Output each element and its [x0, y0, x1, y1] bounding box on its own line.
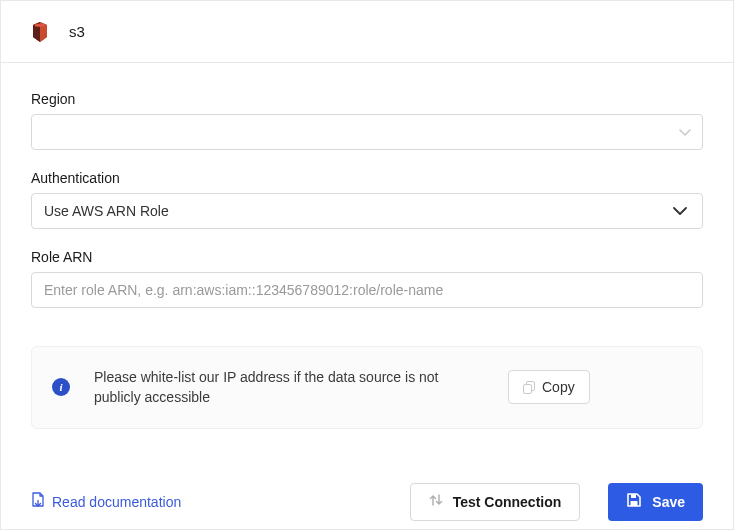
test-connection-label: Test Connection	[453, 494, 562, 510]
footer-actions: Test Connection Save	[410, 483, 703, 521]
role-arn-input[interactable]	[31, 272, 703, 308]
s3-bucket-icon	[31, 22, 49, 42]
header-title: s3	[69, 23, 85, 40]
read-documentation-link[interactable]: Read documentation	[31, 492, 181, 511]
svg-rect-2	[631, 501, 638, 506]
svg-point-0	[35, 23, 46, 26]
role-arn-field: Role ARN	[31, 249, 703, 308]
info-icon: i	[52, 378, 70, 396]
svg-rect-1	[631, 494, 636, 498]
form-body: Region Authentication Use AWS ARN Role R…	[1, 63, 733, 449]
authentication-value: Use AWS ARN Role	[44, 203, 169, 219]
swap-vertical-icon	[429, 493, 443, 510]
role-arn-label: Role ARN	[31, 249, 703, 265]
whitelist-info-panel: i Please white-list our IP address if th…	[31, 346, 703, 429]
header: s3	[1, 1, 733, 63]
doc-link-label: Read documentation	[52, 494, 181, 510]
region-field: Region	[31, 91, 703, 150]
save-button[interactable]: Save	[608, 483, 703, 521]
footer: Read documentation Test Connection Save	[1, 483, 733, 530]
region-label: Region	[31, 91, 703, 107]
save-label: Save	[652, 494, 685, 510]
authentication-select[interactable]: Use AWS ARN Role	[31, 193, 703, 229]
copy-icon	[523, 381, 535, 393]
authentication-field: Authentication Use AWS ARN Role	[31, 170, 703, 229]
test-connection-button[interactable]: Test Connection	[410, 483, 581, 521]
document-icon	[31, 492, 45, 511]
authentication-label: Authentication	[31, 170, 703, 186]
whitelist-message: Please white-list our IP address if the …	[94, 367, 484, 408]
copy-label: Copy	[542, 379, 575, 395]
copy-button[interactable]: Copy	[508, 370, 590, 404]
save-icon	[626, 492, 642, 511]
region-select[interactable]	[31, 114, 703, 150]
